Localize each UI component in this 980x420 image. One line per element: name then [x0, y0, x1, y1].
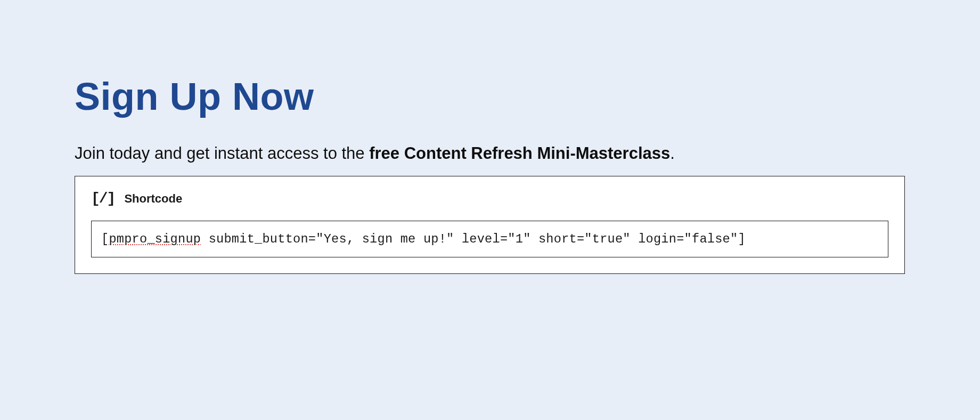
subtitle-bold: free Content Refresh Mini-Masterclass: [369, 144, 670, 163]
shortcode-rest: submit_button="Yes, sign me up!" level="…: [201, 232, 746, 246]
shortcode-block[interactable]: [/] Shortcode [pmpro_signup submit_butto…: [75, 176, 905, 274]
shortcode-block-header: [/] Shortcode: [91, 190, 888, 207]
shortcode-block-label: Shortcode: [124, 192, 182, 206]
shortcode-icon: [/]: [91, 190, 115, 207]
page-title: Sign Up Now: [75, 75, 905, 118]
shortcode-input[interactable]: [pmpro_signup submit_button="Yes, sign m…: [91, 221, 888, 257]
subtitle-suffix: .: [670, 144, 675, 163]
subtitle-prefix: Join today and get instant access to the: [75, 144, 369, 163]
shortcode-open-bracket: [: [101, 232, 109, 246]
shortcode-spellcheck-word: pmpro_signup: [109, 232, 201, 246]
page-subtitle: Join today and get instant access to the…: [75, 144, 905, 163]
